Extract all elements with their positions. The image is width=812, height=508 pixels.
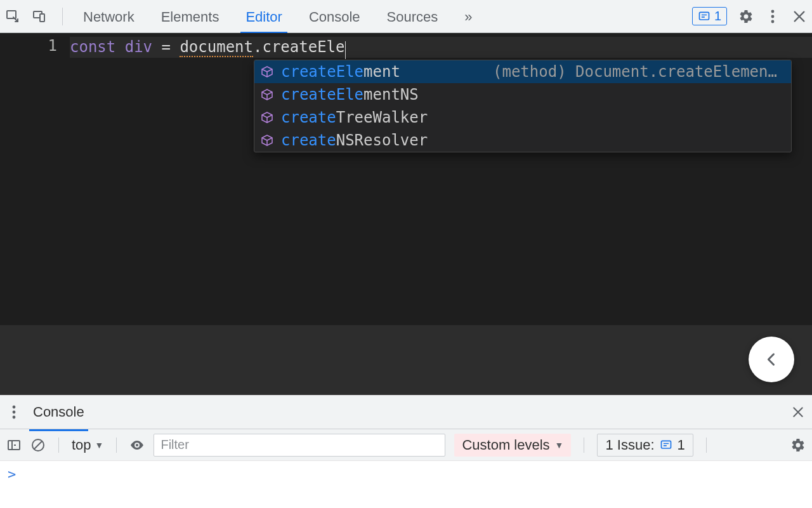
console-drawer-header: Console	[0, 395, 812, 429]
console-toolbar: top ▼ Custom levels ▼ 1 Issue: 1	[0, 429, 812, 461]
code-line-1[interactable]: const div = document.createEle	[70, 37, 812, 58]
token-ident: div	[125, 38, 152, 56]
back-circle-button[interactable]	[749, 337, 794, 382]
tabs-overflow[interactable]: »	[459, 1, 477, 32]
autocomplete-popup: createElement (method) Document.createEl…	[254, 60, 792, 152]
suggestion-label: createTreeWalker	[281, 109, 428, 126]
divider	[62, 8, 63, 25]
token-object: document	[180, 38, 253, 57]
svg-rect-2	[40, 14, 44, 22]
svg-point-6	[771, 20, 775, 23]
svg-point-8	[13, 411, 16, 414]
panel-tabs: Network Elements Editor Console Sources …	[78, 1, 478, 32]
svg-rect-3	[699, 12, 709, 20]
tab-sources[interactable]: Sources	[382, 1, 443, 32]
suggestion-label: createElement	[281, 63, 400, 81]
close-drawer-icon[interactable]	[790, 404, 806, 420]
suggestion-label: createElementNS	[281, 86, 419, 104]
editor-footer-strip	[0, 325, 812, 395]
line-number: 1	[0, 37, 57, 55]
token-space	[115, 38, 124, 56]
svg-point-9	[13, 416, 16, 419]
console-settings-icon[interactable]	[790, 438, 806, 453]
issues-pill-count: 1	[678, 437, 685, 453]
tab-network[interactable]: Network	[78, 1, 140, 32]
method-icon	[261, 88, 273, 101]
context-label: top	[72, 437, 91, 453]
console-filter-input[interactable]	[154, 434, 445, 457]
svg-point-4	[771, 10, 775, 13]
context-selector[interactable]: top ▼	[72, 437, 103, 453]
clear-console-icon[interactable]	[30, 438, 46, 453]
more-menu-icon[interactable]	[765, 9, 780, 24]
issues-label: 1 Issue:	[605, 437, 654, 453]
token-call: createEle	[262, 38, 344, 56]
close-devtools-icon[interactable]	[792, 9, 807, 24]
divider	[58, 438, 59, 453]
settings-icon[interactable]	[738, 9, 754, 24]
console-prompt: >	[8, 466, 16, 482]
devtools-toolbar: Network Elements Editor Console Sources …	[0, 0, 812, 33]
divider	[706, 438, 707, 453]
suggestion-detail: (method) Document.createElement<K ext…	[493, 63, 785, 81]
toolbar-left-group	[5, 8, 67, 25]
drawer-tab-console[interactable]: Console	[29, 400, 88, 424]
tab-editor[interactable]: Editor	[240, 1, 287, 32]
issues-badge[interactable]: 1	[692, 7, 727, 25]
svg-rect-0	[7, 11, 16, 18]
text-cursor	[345, 41, 346, 59]
suggestion-label: createNSResolver	[281, 131, 428, 149]
dropdown-icon: ▼	[555, 440, 564, 450]
tab-elements[interactable]: Elements	[156, 1, 225, 32]
suggestion-item[interactable]: createTreeWalker	[254, 106, 791, 129]
toolbar-right-group: 1	[692, 7, 807, 25]
suggestion-item[interactable]: createElementNS	[254, 83, 791, 106]
method-icon	[261, 65, 273, 78]
divider	[116, 438, 117, 453]
token-eq: =	[152, 38, 180, 56]
svg-point-12	[136, 444, 138, 446]
suggestion-item[interactable]: createElement (method) Document.createEl…	[254, 60, 791, 83]
divider	[584, 438, 584, 453]
live-expression-icon[interactable]	[129, 438, 145, 453]
tab-console[interactable]: Console	[304, 1, 365, 32]
device-toggle-icon[interactable]	[32, 9, 47, 24]
suggestion-item[interactable]: createNSResolver	[254, 129, 791, 152]
svg-point-7	[13, 406, 16, 409]
svg-point-5	[771, 15, 775, 18]
console-body[interactable]: >	[0, 461, 812, 508]
token-keyword: const	[70, 38, 115, 56]
issues-pill[interactable]: 1 Issue: 1	[597, 434, 693, 457]
console-sidebar-toggle-icon[interactable]	[6, 438, 22, 453]
svg-rect-13	[661, 441, 671, 448]
code-editor[interactable]: 1 const div = document.createEle createE…	[0, 33, 812, 395]
issues-count: 1	[714, 9, 721, 23]
log-level-selector[interactable]: Custom levels ▼	[454, 434, 571, 457]
token-dot: .	[253, 38, 262, 56]
method-icon	[261, 111, 273, 124]
method-icon	[261, 134, 273, 147]
dropdown-icon: ▼	[95, 440, 104, 450]
log-level-label: Custom levels	[462, 437, 549, 453]
inspect-element-icon[interactable]	[5, 9, 20, 24]
drawer-menu-icon[interactable]	[6, 404, 22, 420]
